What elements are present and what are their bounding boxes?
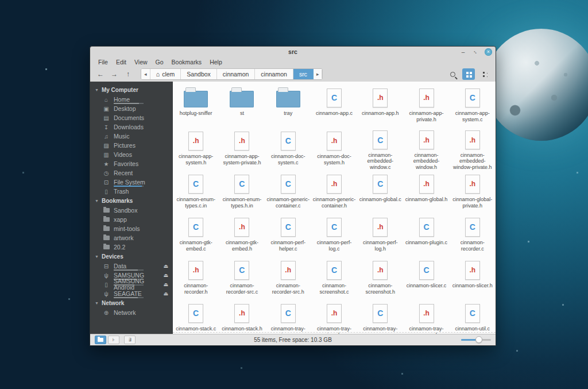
file-item-cinnamon-embedded-window-c[interactable]: Ccinnamon-embedded-window.c (357, 127, 403, 170)
breadcrumb-sandbox[interactable]: Sandbox (181, 69, 216, 79)
file-item-cinnamon-slicer-h[interactable]: .hcinnamon-slicer.h (450, 256, 496, 299)
file-item-cinnamon-slicer-c[interactable]: Ccinnamon-slicer.c (403, 256, 449, 299)
file-item-cinnamon-recorder-src-h[interactable]: .hcinnamon-recorder-src.h (265, 256, 311, 299)
sidebar-item-seagate[interactable]: ψSEAGATE⏏ (90, 289, 173, 298)
file-item-cinnamon-plugin-c[interactable]: Ccinnamon-plugin.c (403, 213, 449, 256)
file-item-cinnamon-global-h[interactable]: .hcinnamon-global.h (403, 170, 449, 213)
file-item-cinnamon-app-system-h[interactable]: .hcinnamon-app-system.h (173, 127, 219, 170)
sidebar-item-downloads[interactable]: ↧Downloads (90, 122, 173, 132)
up-button[interactable]: ↑ (122, 68, 134, 80)
zoom-slider[interactable] (461, 339, 491, 341)
sidebar-item-20-2[interactable]: 20.2 (90, 242, 173, 252)
zoom-slider-track[interactable] (461, 339, 491, 341)
sidebar-item-data[interactable]: ⊟Data⏏ (90, 261, 173, 271)
close-button[interactable]: × (485, 48, 492, 56)
file-item-cinnamon-doc-system-h[interactable]: .hcinnamon-doc-system.h (311, 127, 357, 170)
menu-go[interactable]: Go (152, 58, 167, 66)
sidebar-item-trash[interactable]: ▯Trash (90, 187, 173, 196)
sidebar-item-favorites[interactable]: ★Favorites (90, 159, 173, 168)
folder-item-st[interactable]: st (219, 84, 265, 127)
sidebar-item-file-system[interactable]: ⊡File System (90, 178, 173, 187)
sidebar-item-label-wrap: Pictures (114, 142, 136, 149)
breadcrumb-cinnamon[interactable]: cinnamon (217, 69, 256, 79)
sidebar-section-network[interactable]: ▼Network (90, 298, 173, 308)
file-item-cinnamon-generic-container-h[interactable]: .hcinnamon-generic-container.h (311, 170, 357, 213)
file-item-cinnamon-app-system-c[interactable]: Ccinnamon-app-system.c (450, 84, 496, 127)
titlebar[interactable]: src – ↔ × (90, 47, 496, 57)
file-item-cinnamon-screenshot-h[interactable]: .hcinnamon-screenshot.h (357, 256, 403, 299)
grid-view-button[interactable] (462, 68, 475, 80)
eject-icon[interactable]: ⏏ (163, 291, 168, 296)
file-item-cinnamon-app-system-private-h[interactable]: .hcinnamon-app-system-private.h (219, 127, 265, 170)
sidebar-section-devices[interactable]: ▼Devices (90, 252, 173, 261)
sidebar-item-home[interactable]: ⌂Home (90, 95, 173, 104)
file-view[interactable]: hotplug-sniffersttrayCcinnamon-app.c.hci… (173, 82, 496, 334)
file-item-cinnamon-doc-system-c[interactable]: Ccinnamon-doc-system.c (265, 127, 311, 170)
sidebar-item-videos[interactable]: ▥Videos (90, 150, 173, 159)
sidebar-item-sandbox[interactable]: Sandbox (90, 206, 173, 215)
search-button[interactable] (446, 68, 459, 80)
file-item-cinnamon-recorder-h[interactable]: .hcinnamon-recorder.h (173, 256, 219, 299)
menu-view[interactable]: View (131, 58, 151, 66)
sidebar-item-samsung-android[interactable]: ▯SAMSUNG Android⏏ (90, 280, 173, 289)
file-item-cinnamon-util-c[interactable]: Ccinnamon-util.c (450, 299, 496, 334)
file-item-cinnamon-app-h[interactable]: .hcinnamon-app.h (357, 84, 403, 127)
minimize-button[interactable]: – (459, 48, 467, 56)
menu-edit[interactable]: Edit (113, 58, 130, 66)
eject-icon[interactable]: ⏏ (163, 272, 168, 278)
crumb-scroll-left-button[interactable]: ◂ (141, 69, 150, 79)
menu-file[interactable]: File (95, 58, 111, 66)
sidebar-item-documents[interactable]: ▤Documents (90, 113, 173, 122)
folder-item-hotplug-sniffer[interactable]: hotplug-sniffer (173, 84, 219, 127)
sidebar-item-mint-tools[interactable]: mint-tools (90, 224, 173, 233)
file-item-cinnamon-app-c[interactable]: Ccinnamon-app.c (311, 84, 357, 127)
file-item-cinnamon-embedded-window-private-h[interactable]: .hcinnamon-embedded-window-private.h (450, 127, 496, 170)
window-title: src (90, 48, 496, 55)
file-item-cinnamon-gtk-embed-c[interactable]: Ccinnamon-gtk-embed.c (173, 213, 219, 256)
file-item-cinnamon-generic-container-c[interactable]: Ccinnamon-generic-container.c (265, 170, 311, 213)
file-item-cinnamon-tray-manager-c[interactable]: Ccinnamon-tray-manager.c (357, 299, 403, 334)
file-type-badge: C (377, 309, 383, 318)
sidebar-item-pictures[interactable]: ▨Pictures (90, 141, 173, 150)
breadcrumb-cinnamon[interactable]: cinnamon (255, 69, 293, 79)
file-item-cinnamon-enum-types-c-in[interactable]: Ccinnamon-enum-types.c.in (173, 170, 219, 213)
file-item-cinnamon-stack-c[interactable]: Ccinnamon-stack.c (173, 299, 219, 334)
file-item-cinnamon-screenshot-c[interactable]: Ccinnamon-screenshot.c (311, 256, 357, 299)
file-item-cinnamon-recorder-c[interactable]: Ccinnamon-recorder.c (450, 213, 496, 256)
file-item-cinnamon-gtk-embed-h[interactable]: .hcinnamon-gtk-embed.h (219, 213, 265, 256)
breadcrumb-src[interactable]: src (293, 69, 314, 79)
file-item-cinnamon-enum-types-h-in[interactable]: Ccinnamon-enum-types.h.in (219, 170, 265, 213)
maximize-button[interactable]: ↔ (472, 48, 479, 56)
forward-button[interactable]: → (109, 68, 120, 80)
sidebar-item-music[interactable]: ♫Music (90, 132, 173, 141)
file-item-cinnamon-app-private-h[interactable]: .hcinnamon-app-private.h (403, 84, 449, 127)
file-item-cinnamon-tray-manager-h[interactable]: .hcinnamon-tray-manager.h (403, 299, 449, 334)
menu-help[interactable]: Help (206, 58, 226, 66)
menu-bookmarks[interactable]: Bookmarks (168, 58, 206, 66)
sidebar-item-network[interactable]: ⊕Network (90, 308, 173, 317)
file-item-cinnamon-embedded-window-h[interactable]: .hcinnamon-embedded-window.h (403, 127, 449, 170)
file-item-cinnamon-stack-h[interactable]: .hcinnamon-stack.h (219, 299, 265, 334)
sidebar-item-xapp[interactable]: xapp (90, 215, 173, 224)
sidebar-item-label: Favorites (114, 160, 138, 167)
folder-item-tray[interactable]: tray (265, 84, 311, 127)
file-item-cinnamon-global-c[interactable]: Ccinnamon-global.c (357, 170, 403, 213)
eject-icon[interactable]: ⏏ (163, 263, 168, 269)
sidebar-item-desktop[interactable]: ▣Desktop (90, 104, 173, 113)
file-item-cinnamon-perf-log-c[interactable]: Ccinnamon-perf-log.c (311, 213, 357, 256)
eject-icon[interactable]: ⏏ (163, 282, 168, 287)
sidebar-section-my-computer[interactable]: ▼My Computer (90, 85, 173, 95)
file-item-cinnamon-perf-log-h[interactable]: .hcinnamon-perf-log.h (357, 213, 403, 256)
back-button[interactable]: ← (95, 68, 106, 80)
sidebar-item-recent[interactable]: ◷Recent (90, 168, 173, 178)
file-item-cinnamon-tray-icon-c[interactable]: Ccinnamon-tray-icon.c (265, 299, 311, 334)
breadcrumb-clem[interactable]: ⌂clem (150, 69, 181, 79)
file-item-cinnamon-global-private-h[interactable]: .hcinnamon-global-private.h (450, 170, 496, 213)
file-item-cinnamon-perf-helper-c[interactable]: Ccinnamon-perf-helper.c (265, 213, 311, 256)
crumb-scroll-right-button[interactable]: ▸ (314, 69, 323, 79)
sidebar-item-artwork[interactable]: artwork (90, 233, 173, 242)
list-view-button[interactable] (478, 68, 491, 80)
file-item-cinnamon-recorder-src-c[interactable]: Ccinnamon-recorder-src.c (219, 256, 265, 299)
sidebar-section-bookmarks[interactable]: ▼Bookmarks (90, 196, 173, 206)
file-item-cinnamon-tray-icon-h[interactable]: .hcinnamon-tray-icon.h (311, 299, 357, 334)
